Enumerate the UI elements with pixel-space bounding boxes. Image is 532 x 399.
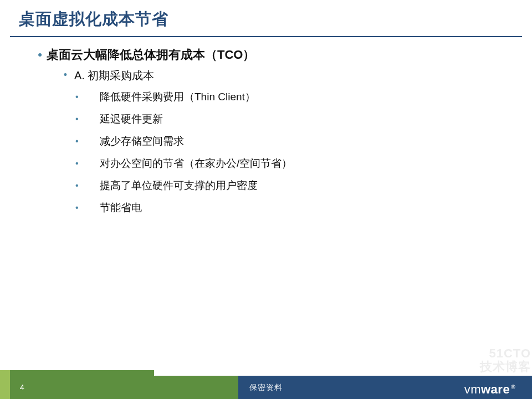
bullet-dot-icon: • (70, 111, 100, 127)
watermark: 51CTO 技术博客 (480, 347, 531, 374)
bullet-dot-icon: • (59, 67, 72, 83)
bullet-level3-text: 节能省电 (100, 200, 142, 216)
bullet-level2-text: A. 初期采购成本 (74, 67, 154, 84)
slide: 桌面虚拟化成本节省 • 桌面云大幅降低总体拥有成本（TCO） • A. 初期采购… (0, 0, 532, 399)
classification-label: 保密资料 (0, 376, 532, 399)
bullet-level1: • 桌面云大幅降低总体拥有成本（TCO） (33, 47, 510, 63)
bullet-level3: • 对办公空间的节省（在家办公/空间节省） (70, 156, 510, 171)
footer-lip (0, 370, 154, 376)
slide-title: 桌面虚拟化成本节省 (0, 0, 532, 36)
bullet-level3: • 减少存储空间需求 (70, 134, 510, 149)
bullet-level3-text: 延迟硬件更新 (100, 111, 163, 127)
watermark-line1: 51CTO (480, 347, 531, 360)
bullet-level3-text: 减少存储空间需求 (100, 134, 184, 149)
bullet-dot-icon: • (70, 134, 100, 149)
bullet-dot-icon: • (70, 89, 100, 105)
footer-lip-accent (0, 370, 10, 376)
footer: 4 保密资料 vmware® (0, 376, 532, 399)
logo-ware: ware (481, 382, 510, 396)
bullet-dot-icon: • (33, 47, 47, 63)
bullet-dot-icon: • (70, 156, 100, 171)
bullet-dot-icon: • (70, 200, 100, 216)
bullet-level2: • A. 初期采购成本 (59, 67, 510, 84)
bullet-level3: • 节能省电 (70, 200, 510, 216)
bullet-level3-text: 降低硬件采购费用（Thin Client） (100, 89, 255, 105)
bullet-level1-text: 桌面云大幅降低总体拥有成本（TCO） (47, 47, 255, 63)
registered-icon: ® (511, 384, 515, 390)
bullet-dot-icon: • (70, 178, 100, 193)
vmware-logo: vmware® (464, 376, 515, 399)
bullet-level3-text: 提高了单位硬件可支撑的用户密度 (100, 178, 258, 193)
bullet-level3: • 降低硬件采购费用（Thin Client） (70, 89, 510, 105)
watermark-line2: 技术博客 (480, 360, 531, 374)
slide-content: • 桌面云大幅降低总体拥有成本（TCO） • A. 初期采购成本 • 降低硬件采… (0, 37, 532, 216)
logo-vm: vm (464, 382, 481, 396)
bullet-level3: • 延迟硬件更新 (70, 111, 510, 127)
bullet-level3-text: 对办公空间的节省（在家办公/空间节省） (100, 156, 292, 171)
bullet-level3: • 提高了单位硬件可支撑的用户密度 (70, 178, 510, 193)
